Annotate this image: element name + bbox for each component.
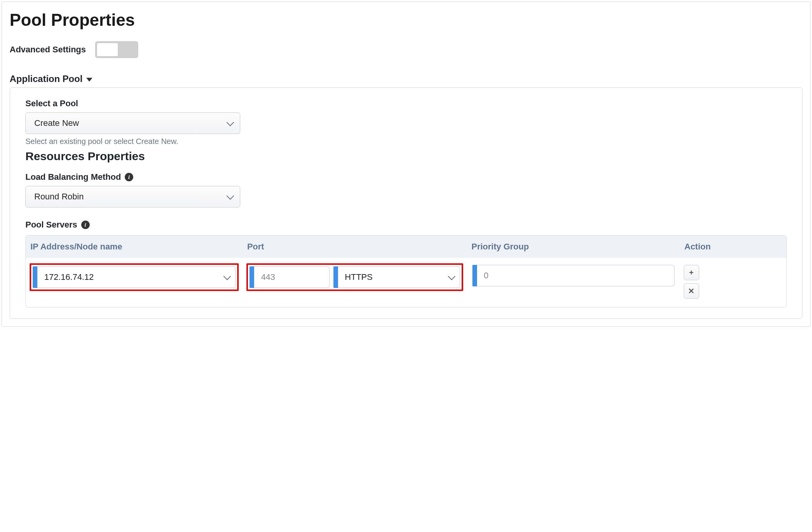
chevron-down-icon [223, 273, 231, 280]
advanced-settings-row: Advanced Settings [10, 41, 802, 58]
port-input[interactable]: 443 [254, 266, 330, 288]
select-pool-help: Select an existing pool or select Create… [25, 137, 787, 146]
table-row: 172.16.74.12 [26, 258, 786, 307]
info-icon[interactable]: i [125, 173, 133, 181]
add-row-button[interactable]: + [684, 265, 699, 280]
chevron-down-icon [448, 273, 455, 280]
col-ip: IP Address/Node name [26, 236, 243, 258]
col-action: Action [680, 236, 787, 258]
ip-node-value: 172.16.74.12 [44, 272, 94, 282]
plus-icon: + [689, 268, 694, 277]
close-icon: ✕ [688, 286, 695, 296]
edit-indicator-bar [33, 266, 37, 288]
lb-method-value: Round Robin [34, 192, 84, 202]
lb-method-label: Load Balancing Method i [25, 172, 787, 182]
application-pool-header[interactable]: Application Pool [10, 74, 802, 84]
pool-servers-label-text: Pool Servers [25, 220, 77, 230]
protocol-dropdown[interactable]: HTTPS [338, 266, 460, 288]
select-pool-value: Create New [34, 118, 79, 128]
col-pg: Priority Group [467, 236, 680, 258]
page-title: Pool Properties [10, 10, 802, 30]
protocol-value: HTTPS [345, 272, 373, 282]
lb-method-dropdown[interactable]: Round Robin [25, 186, 240, 207]
lb-method-label-text: Load Balancing Method [25, 172, 121, 182]
application-pool-panel: Select a Pool Create New Select an exist… [10, 87, 802, 319]
info-icon[interactable]: i [81, 221, 90, 229]
edit-indicator-bar [472, 265, 477, 286]
chevron-down-icon [226, 119, 234, 126]
advanced-settings-toggle[interactable] [95, 41, 138, 58]
port-value: 443 [261, 272, 275, 282]
col-port: Port [243, 236, 467, 258]
advanced-settings-label: Advanced Settings [10, 45, 86, 55]
caret-down-icon [86, 78, 92, 82]
priority-group-value: 0 [484, 271, 489, 281]
pool-servers-label: Pool Servers i [25, 220, 787, 230]
select-pool-label: Select a Pool [25, 99, 787, 109]
select-pool-dropdown[interactable]: Create New [25, 112, 240, 134]
ip-node-input[interactable]: 172.16.74.12 [37, 266, 236, 288]
highlight-port: 443 HTTPS [246, 263, 463, 291]
edit-indicator-bar [333, 266, 338, 288]
application-pool-title: Application Pool [10, 74, 82, 84]
chevron-down-icon [226, 192, 234, 200]
toggle-knob [97, 43, 118, 57]
pool-servers-table: IP Address/Node name Port Priority Group… [25, 235, 787, 308]
priority-group-input[interactable]: 0 [477, 265, 675, 286]
table-header-row: IP Address/Node name Port Priority Group… [26, 236, 786, 258]
highlight-ip: 172.16.74.12 [30, 263, 239, 291]
pool-properties-panel: Pool Properties Advanced Settings Applic… [2, 2, 810, 327]
resources-properties-title: Resources Properties [25, 150, 787, 163]
remove-row-button[interactable]: ✕ [684, 283, 699, 299]
edit-indicator-bar [249, 266, 254, 288]
